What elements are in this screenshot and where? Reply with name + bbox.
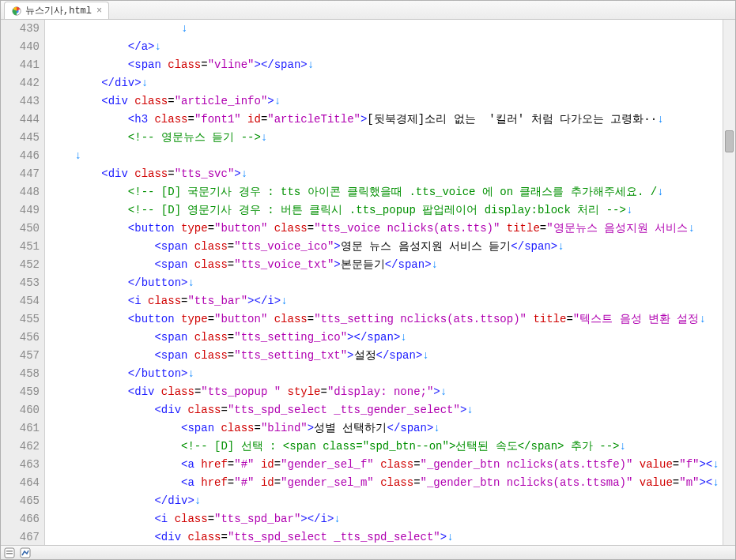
code-line[interactable]: <a href="#" id="gender_sel_f" class="_ge… [48,456,723,474]
code-line[interactable]: <div class="tts_popup " style="display: … [48,383,723,401]
line-number: 456 [1,329,40,347]
line-number: 453 [1,274,40,292]
newline-icon: ↓ [308,58,314,71]
editor-body: 4394404414424434444454464474484494504514… [1,20,735,545]
line-number: 452 [1,256,40,274]
line-number: 443 [1,92,40,111]
code-area[interactable]: ↓ </a>↓ <span class="vline"></span>↓ </d… [45,20,723,545]
newline-icon: ↓ [154,40,160,53]
newline-icon: ↓ [194,494,201,507]
line-number: 439 [1,20,40,38]
newline-icon: ↓ [187,276,194,289]
chrome-icon [11,6,22,17]
code-line[interactable]: <button type="button" class="tts_voice n… [48,220,723,238]
line-number: 457 [1,347,40,365]
svg-rect-4 [6,553,13,554]
newline-icon: ↓ [557,240,564,253]
line-number: 467 [1,528,40,545]
code-line[interactable]: <div class="tts_svc">↓ [48,165,723,183]
code-line[interactable]: <div class="tts_spd_select _tts_spd_sele… [48,528,723,545]
code-line[interactable]: </div>↓ [48,74,723,92]
line-number: 446 [1,147,40,165]
line-number: 461 [1,419,40,438]
code-line[interactable]: <span class="tts_setting_txt">설정</span>↓ [48,347,723,365]
code-line[interactable]: <span class="tts_voice_txt">본문듣기</span>↓ [48,256,723,274]
status-bar [1,545,735,559]
line-number: 441 [1,56,40,74]
newline-icon: ↓ [626,204,632,216]
newline-icon: ↓ [657,186,663,198]
status-icon-2[interactable] [20,547,31,558]
code-line[interactable]: <span class="vline"></span>↓ [48,56,723,74]
newline-icon: ↓ [400,331,406,344]
newline-icon: ↓ [181,22,187,35]
code-line[interactable]: <i class="tts_bar"></i>↓ [48,292,723,310]
line-number: 449 [1,201,40,220]
newline-icon: ↓ [261,131,267,144]
newline-icon: ↓ [432,258,438,271]
newline-icon: ↓ [187,367,194,380]
status-icon-1[interactable] [4,547,15,558]
code-line[interactable]: <!-- 영문뉴스 듣기 -->↓ [48,129,723,147]
tab-bar: 뉴스기사,html × [1,1,735,20]
line-number: 459 [1,383,40,401]
code-line[interactable]: <i class="tts_spd_bar"></i>↓ [48,510,723,528]
code-line[interactable]: <!-- [D] 선택 : <span class="spd_btn--on">… [48,438,723,456]
line-number: 444 [1,111,40,129]
line-number: 448 [1,183,40,201]
svg-rect-3 [6,551,13,552]
newline-icon: ↓ [241,167,247,180]
line-number: 462 [1,438,40,456]
newline-icon: ↓ [712,476,719,489]
line-number-gutter: 4394404414424434444454464474484494504514… [1,20,45,545]
newline-icon: ↓ [688,222,694,235]
line-number: 464 [1,474,40,492]
line-number: 451 [1,238,40,256]
code-line[interactable]: <a href="#" id="gender_sel_m" class="_ge… [48,474,723,492]
editor-window: 뉴스기사,html × 4394404414424434444454464474… [0,0,736,560]
code-line[interactable]: </button>↓ [48,274,723,292]
line-number: 440 [1,38,40,56]
tab-close-button[interactable]: × [96,6,102,17]
newline-icon: ↓ [274,95,281,107]
scroll-thumb[interactable] [725,130,734,152]
vertical-scrollbar[interactable] [723,20,735,545]
line-number: 458 [1,365,40,383]
newline-icon: ↓ [466,404,473,416]
line-number: 465 [1,492,40,510]
line-number: 442 [1,74,40,92]
code-line[interactable]: <span class="tts_voice_ico">영문 뉴스 음성지원 서… [48,238,723,256]
code-line[interactable]: <span class="tts_setting_ico"></span>↓ [48,329,723,347]
code-line[interactable]: </a>↓ [48,38,723,56]
line-number: 454 [1,292,40,310]
line-number: 466 [1,510,40,528]
line-number: 460 [1,401,40,419]
newline-icon: ↓ [75,149,81,162]
line-number: 447 [1,165,40,183]
file-tab[interactable]: 뉴스기사,html × [4,2,109,19]
code-line[interactable]: <div class="tts_spd_select _tts_gender_s… [48,401,723,419]
newline-icon: ↓ [334,513,340,525]
newline-icon: ↓ [620,440,626,453]
tab-title: 뉴스기사,html [25,4,92,17]
code-line[interactable]: <button type="button" class="tts_setting… [48,310,723,329]
line-number: 450 [1,220,40,238]
code-line[interactable]: <!-- [D] 영문기사 경우 : 버튼 클릭시 .tts_popup 팝업레… [48,201,723,220]
newline-icon: ↓ [281,295,287,307]
code-line[interactable]: <h3 class="font1" id="articleTitle">[뒷북경… [48,111,723,129]
line-number: 445 [1,129,40,147]
newline-icon: ↓ [422,349,428,362]
code-line[interactable]: ↓ [48,20,723,38]
newline-icon: ↓ [447,531,453,543]
code-line[interactable]: ↓ [48,147,723,165]
newline-icon: ↓ [699,313,705,325]
line-number: 455 [1,310,40,329]
code-line[interactable]: <span class="blind">성별 선택하기</span>↓ [48,419,723,438]
code-line[interactable]: <div class="article_info">↓ [48,92,723,111]
line-number: 463 [1,456,40,474]
code-line[interactable]: <!-- [D] 국문기사 경우 : tts 아이콘 클릭했을때 .tts_vo… [48,183,723,201]
code-line[interactable]: </div>↓ [48,492,723,510]
code-line[interactable]: </button>↓ [48,365,723,383]
newline-icon: ↓ [440,385,447,398]
newline-icon: ↓ [433,422,440,434]
